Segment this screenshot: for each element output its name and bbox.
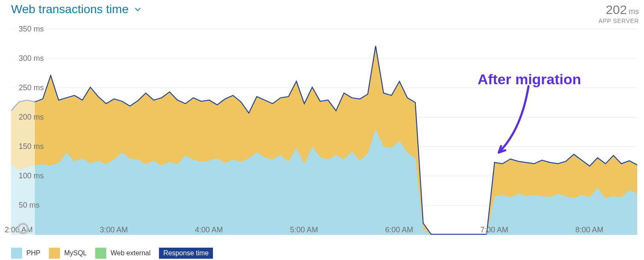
chevron-down-icon [135, 6, 141, 12]
metric-sublabel: APP SERVER [599, 17, 639, 24]
legend-swatch [49, 248, 60, 259]
chart-title: Web transactions time [11, 3, 129, 16]
loading-indicator-icon [17, 223, 28, 234]
legend-label: MySQL [60, 248, 91, 259]
legend-swatch [95, 248, 106, 259]
legend-item-web-external[interactable]: Web external [95, 248, 155, 259]
metric-unit: ms [629, 7, 639, 16]
metric-value: 202 [606, 3, 627, 17]
legend-item-php[interactable]: PHP [11, 248, 45, 259]
stacked-area-chart[interactable] [11, 26, 637, 235]
legend-swatch [11, 248, 22, 259]
legend-item-mysql[interactable]: MySQL [49, 248, 91, 259]
legend-label: Web external [106, 248, 155, 259]
legend-label: Response time [159, 248, 213, 259]
chart-area[interactable]: 50 ms100 ms150 ms200 ms250 ms300 ms350 m… [3, 26, 641, 245]
chart-legend: PHPMySQLWeb externalResponse time [3, 248, 641, 259]
chart-title-dropdown[interactable]: Web transactions time [11, 3, 141, 16]
legend-label: PHP [22, 248, 45, 259]
legend-item-response-time[interactable]: Response time [159, 248, 213, 259]
summary-metric: 202ms APP SERVER [599, 3, 639, 24]
